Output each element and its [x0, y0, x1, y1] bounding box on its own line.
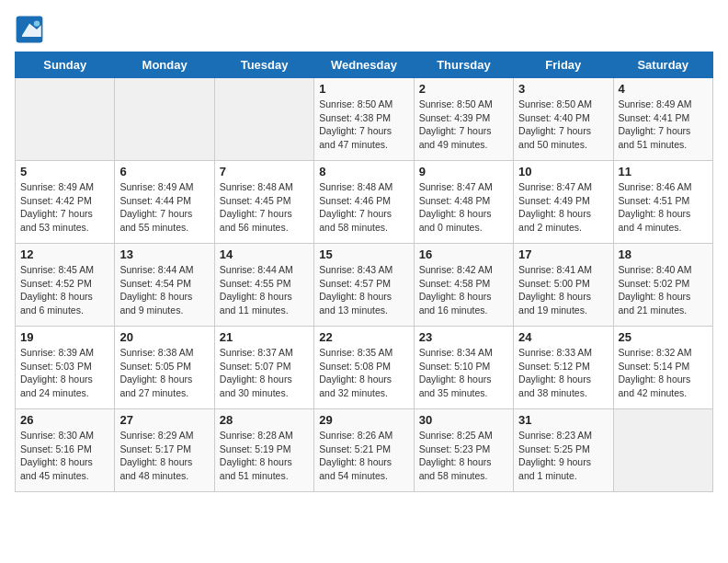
day-number: 11: [619, 165, 708, 178]
day-number: 3: [518, 82, 608, 96]
calendar-week-row: 26Sunrise: 8:30 AM Sunset: 5:16 PM Dayli…: [16, 409, 713, 492]
day-number: 25: [619, 330, 708, 344]
day-header-row: SundayMondayTuesdayWednesdayThursdayFrid…: [16, 52, 713, 78]
calendar-week-row: 5Sunrise: 8:49 AM Sunset: 4:42 PM Daylig…: [16, 161, 713, 244]
day-number: 1: [319, 82, 408, 96]
calendar-cell: 30Sunrise: 8:25 AM Sunset: 5:23 PM Dayli…: [414, 409, 513, 492]
calendar-week-row: 19Sunrise: 8:39 AM Sunset: 5:03 PM Dayli…: [16, 327, 713, 409]
calendar-cell: 20Sunrise: 8:38 AM Sunset: 5:05 PM Dayli…: [115, 327, 214, 409]
calendar-cell: 28Sunrise: 8:28 AM Sunset: 5:19 PM Dayli…: [214, 409, 313, 492]
calendar-header: SundayMondayTuesdayWednesdayThursdayFrid…: [16, 52, 713, 78]
day-info: Sunrise: 8:44 AM Sunset: 4:55 PM Dayligh…: [220, 263, 309, 317]
day-of-week-header: Thursday: [414, 52, 513, 78]
day-number: 19: [20, 330, 109, 344]
day-of-week-header: Tuesday: [214, 52, 313, 78]
calendar-cell: 11Sunrise: 8:46 AM Sunset: 4:51 PM Dayli…: [613, 161, 712, 244]
day-number: 9: [419, 165, 508, 178]
day-number: 26: [20, 413, 109, 427]
day-info: Sunrise: 8:49 AM Sunset: 4:41 PM Dayligh…: [619, 98, 708, 152]
day-info: Sunrise: 8:47 AM Sunset: 4:48 PM Dayligh…: [419, 180, 508, 235]
calendar-cell: 3Sunrise: 8:50 AM Sunset: 4:40 PM Daylig…: [514, 78, 613, 161]
day-number: 18: [619, 247, 708, 261]
day-number: 29: [319, 413, 408, 427]
logo-icon: [15, 15, 44, 44]
day-of-week-header: Monday: [115, 52, 214, 78]
calendar-week-row: 12Sunrise: 8:45 AM Sunset: 4:52 PM Dayli…: [16, 244, 713, 327]
calendar-cell: 31Sunrise: 8:23 AM Sunset: 5:25 PM Dayli…: [514, 409, 613, 492]
day-info: Sunrise: 8:40 AM Sunset: 5:02 PM Dayligh…: [619, 263, 708, 317]
svg-point-2: [34, 20, 40, 26]
day-info: Sunrise: 8:26 AM Sunset: 5:21 PM Dayligh…: [319, 429, 408, 483]
day-info: Sunrise: 8:45 AM Sunset: 4:52 PM Dayligh…: [20, 263, 109, 317]
day-info: Sunrise: 8:42 AM Sunset: 4:58 PM Dayligh…: [419, 263, 508, 317]
calendar-cell: 27Sunrise: 8:29 AM Sunset: 5:17 PM Dayli…: [115, 409, 214, 492]
calendar-cell: 6Sunrise: 8:49 AM Sunset: 4:44 PM Daylig…: [115, 161, 214, 244]
day-info: Sunrise: 8:23 AM Sunset: 5:25 PM Dayligh…: [518, 429, 608, 483]
day-number: 13: [119, 247, 209, 261]
day-number: 20: [119, 330, 209, 344]
logo: [15, 15, 48, 44]
calendar-cell: 24Sunrise: 8:33 AM Sunset: 5:12 PM Dayli…: [514, 327, 613, 409]
day-of-week-header: Saturday: [613, 52, 712, 78]
day-number: 12: [20, 247, 109, 261]
day-info: Sunrise: 8:33 AM Sunset: 5:12 PM Dayligh…: [518, 346, 608, 400]
day-info: Sunrise: 8:48 AM Sunset: 4:45 PM Dayligh…: [220, 180, 309, 235]
day-info: Sunrise: 8:28 AM Sunset: 5:19 PM Dayligh…: [220, 429, 309, 483]
day-info: Sunrise: 8:38 AM Sunset: 5:05 PM Dayligh…: [119, 346, 209, 400]
day-number: 16: [419, 247, 508, 261]
day-of-week-header: Wednesday: [314, 52, 414, 78]
calendar-cell: 1Sunrise: 8:50 AM Sunset: 4:38 PM Daylig…: [314, 78, 414, 161]
calendar-cell: 17Sunrise: 8:41 AM Sunset: 5:00 PM Dayli…: [514, 244, 613, 327]
calendar-cell: 2Sunrise: 8:50 AM Sunset: 4:39 PM Daylig…: [414, 78, 513, 161]
day-number: 31: [518, 413, 608, 427]
page-header: [15, 15, 713, 44]
calendar-cell: 10Sunrise: 8:47 AM Sunset: 4:49 PM Dayli…: [514, 161, 613, 244]
calendar-body: 1Sunrise: 8:50 AM Sunset: 4:38 PM Daylig…: [16, 78, 713, 492]
day-info: Sunrise: 8:30 AM Sunset: 5:16 PM Dayligh…: [20, 429, 109, 483]
day-info: Sunrise: 8:44 AM Sunset: 4:54 PM Dayligh…: [119, 263, 209, 317]
day-info: Sunrise: 8:43 AM Sunset: 4:57 PM Dayligh…: [319, 263, 408, 317]
day-info: Sunrise: 8:49 AM Sunset: 4:42 PM Dayligh…: [20, 180, 109, 235]
calendar-cell: 8Sunrise: 8:48 AM Sunset: 4:46 PM Daylig…: [314, 161, 414, 244]
day-of-week-header: Sunday: [16, 52, 115, 78]
calendar-cell: 21Sunrise: 8:37 AM Sunset: 5:07 PM Dayli…: [214, 327, 313, 409]
day-number: 30: [419, 413, 508, 427]
calendar-cell: 4Sunrise: 8:49 AM Sunset: 4:41 PM Daylig…: [613, 78, 712, 161]
calendar-cell: 14Sunrise: 8:44 AM Sunset: 4:55 PM Dayli…: [214, 244, 313, 327]
day-info: Sunrise: 8:32 AM Sunset: 5:14 PM Dayligh…: [619, 346, 708, 400]
day-of-week-header: Friday: [514, 52, 613, 78]
day-info: Sunrise: 8:29 AM Sunset: 5:17 PM Dayligh…: [119, 429, 209, 483]
calendar-cell: 18Sunrise: 8:40 AM Sunset: 5:02 PM Dayli…: [613, 244, 712, 327]
day-number: 7: [220, 165, 309, 178]
calendar-week-row: 1Sunrise: 8:50 AM Sunset: 4:38 PM Daylig…: [16, 78, 713, 161]
day-number: 14: [220, 247, 309, 261]
day-number: 2: [419, 82, 508, 96]
day-info: Sunrise: 8:50 AM Sunset: 4:38 PM Dayligh…: [319, 98, 408, 152]
day-info: Sunrise: 8:39 AM Sunset: 5:03 PM Dayligh…: [20, 346, 109, 400]
calendar-cell: 25Sunrise: 8:32 AM Sunset: 5:14 PM Dayli…: [613, 327, 712, 409]
day-info: Sunrise: 8:37 AM Sunset: 5:07 PM Dayligh…: [220, 346, 309, 400]
day-info: Sunrise: 8:49 AM Sunset: 4:44 PM Dayligh…: [119, 180, 209, 235]
day-number: 5: [20, 165, 109, 178]
calendar-cell: 5Sunrise: 8:49 AM Sunset: 4:42 PM Daylig…: [16, 161, 115, 244]
day-number: 6: [119, 165, 209, 178]
day-info: Sunrise: 8:34 AM Sunset: 5:10 PM Dayligh…: [419, 346, 508, 400]
day-number: 15: [319, 247, 408, 261]
calendar-table: SundayMondayTuesdayWednesdayThursdayFrid…: [15, 52, 713, 492]
day-info: Sunrise: 8:47 AM Sunset: 4:49 PM Dayligh…: [518, 180, 608, 235]
calendar-cell: 26Sunrise: 8:30 AM Sunset: 5:16 PM Dayli…: [16, 409, 115, 492]
day-number: 24: [518, 330, 608, 344]
day-info: Sunrise: 8:50 AM Sunset: 4:40 PM Dayligh…: [518, 98, 608, 152]
day-info: Sunrise: 8:50 AM Sunset: 4:39 PM Dayligh…: [419, 98, 508, 152]
day-info: Sunrise: 8:25 AM Sunset: 5:23 PM Dayligh…: [419, 429, 508, 483]
day-number: 22: [319, 330, 408, 344]
day-info: Sunrise: 8:46 AM Sunset: 4:51 PM Dayligh…: [619, 180, 708, 235]
calendar-cell: 23Sunrise: 8:34 AM Sunset: 5:10 PM Dayli…: [414, 327, 513, 409]
day-number: 27: [119, 413, 209, 427]
calendar-cell: [115, 78, 214, 161]
day-number: 10: [518, 165, 608, 178]
calendar-cell: 15Sunrise: 8:43 AM Sunset: 4:57 PM Dayli…: [314, 244, 414, 327]
calendar-cell: 16Sunrise: 8:42 AM Sunset: 4:58 PM Dayli…: [414, 244, 513, 327]
calendar-cell: 7Sunrise: 8:48 AM Sunset: 4:45 PM Daylig…: [214, 161, 313, 244]
calendar-cell: 9Sunrise: 8:47 AM Sunset: 4:48 PM Daylig…: [414, 161, 513, 244]
